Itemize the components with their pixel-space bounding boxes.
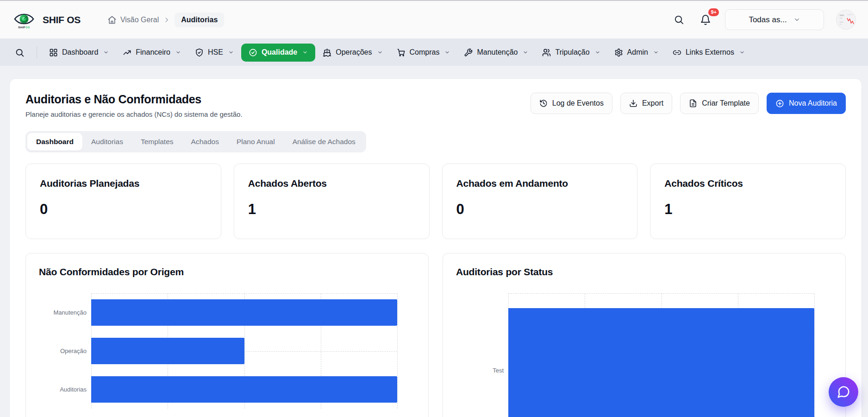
horizontal-bar-chart: ManutençãoOperaçãoAuditorias	[39, 293, 415, 409]
link-icon	[673, 48, 681, 57]
breadcrumb-root[interactable]: Visão Geral	[107, 15, 159, 25]
horizontal-bar-chart: Test	[456, 293, 832, 417]
breadcrumb-current[interactable]: Auditorias	[175, 13, 224, 27]
chevron-down-icon	[103, 50, 109, 55]
global-filter-select[interactable]: Todas as...	[725, 9, 824, 30]
chart-row: Manutenção	[39, 293, 415, 332]
file-text-icon	[689, 99, 697, 107]
ship-icon	[323, 48, 331, 57]
chat-bubble-icon	[837, 385, 850, 399]
check-circle-icon	[249, 48, 257, 57]
stats-row: Auditorias Planejadas 0 Achados Abertos …	[25, 164, 846, 239]
nav-item-hse[interactable]: HSE	[188, 44, 240, 61]
nav-item-manutencao[interactable]: Manutenção	[457, 44, 535, 61]
chevron-down-icon	[175, 50, 181, 55]
logo-mini-text: SHIFOS	[18, 26, 30, 29]
notifications-button[interactable]: 9+	[698, 13, 713, 27]
bar-Operação	[91, 338, 244, 364]
avatar[interactable]	[836, 10, 856, 30]
bar-Auditorias	[91, 376, 397, 403]
stat-label: Achados Críticos	[664, 178, 831, 189]
eye-logo-icon	[13, 11, 35, 27]
nav-item-tripulacao[interactable]: Tripulação	[536, 44, 606, 61]
chevron-down-icon	[228, 50, 234, 55]
chart-title: Não Conformidades por Origem	[39, 266, 415, 278]
chart-row: Auditorias	[39, 370, 415, 409]
stat-card-achados-abertos: Achados Abertos 1	[234, 164, 430, 239]
gear-icon	[614, 48, 623, 57]
search-icon	[674, 14, 684, 25]
chevron-down-icon	[793, 16, 800, 23]
stat-card-achados-em-andamento: Achados em Andamento 0	[442, 164, 638, 239]
stat-label: Achados Abertos	[248, 178, 415, 189]
tab-achados[interactable]: Achados	[182, 133, 228, 151]
users-icon	[542, 48, 551, 57]
charts-row: Não Conformidades por Origem ManutençãoO…	[25, 253, 846, 417]
chart-title: Auditorias por Status	[456, 266, 832, 278]
tab-auditorias[interactable]: Auditorias	[82, 133, 132, 151]
home-icon	[107, 15, 117, 25]
new-audit-button[interactable]: Nova Auditoria	[767, 93, 846, 114]
stat-label: Achados em Andamento	[456, 178, 624, 189]
nav-item-qualidade[interactable]: Qualidade	[241, 44, 315, 62]
bar-Manutenção	[91, 299, 397, 326]
nav-item-admin[interactable]: Admin	[608, 44, 665, 61]
chart-card-nc-por-origem: Não Conformidades por Origem ManutençãoO…	[25, 253, 429, 417]
nav-item-dashboard[interactable]: Dashboard	[43, 44, 115, 61]
notification-badge: 9+	[708, 8, 719, 16]
log-events-button[interactable]: Log de Eventos	[531, 93, 612, 114]
brand-name: SHIF OS	[43, 14, 81, 25]
chart-category-label: Manutenção	[39, 293, 91, 332]
shifos-logo: SHIFOS	[12, 11, 36, 29]
tab-templates[interactable]: Templates	[132, 133, 182, 151]
wrench-icon	[464, 48, 473, 57]
nav-item-compras[interactable]: Compras	[390, 44, 457, 61]
bar-Test	[508, 308, 814, 417]
dashboard-grid-icon	[49, 48, 58, 57]
chevron-down-icon	[377, 50, 383, 55]
bell-icon	[700, 14, 711, 25]
search-button[interactable]	[672, 13, 686, 27]
breadcrumb: Visão Geral Auditorias	[107, 13, 224, 27]
tab-dashboard[interactable]: Dashboard	[27, 133, 82, 151]
stat-label: Auditorias Planejadas	[40, 178, 207, 189]
chart-card-auditorias-por-status: Auditorias por Status Test	[443, 253, 846, 417]
search-icon	[15, 48, 25, 57]
stat-value: 1	[664, 201, 831, 218]
module-nav: Dashboard Financeiro HSE Qualidade Opera…	[0, 39, 868, 66]
nav-item-links-externos[interactable]: Links Externos	[666, 44, 751, 61]
chevron-down-icon	[302, 50, 308, 55]
stat-value: 0	[456, 201, 624, 218]
chevron-down-icon	[444, 50, 450, 55]
chart-category-label: Auditorias	[39, 370, 91, 409]
chevron-down-icon	[739, 50, 745, 55]
page-title: Auditorias e Não Conformidades	[25, 93, 243, 106]
top-header: SHIFOS SHIF OS Visão Geral Auditorias 9+	[0, 1, 868, 39]
shopping-cart-icon	[397, 48, 406, 57]
chart-category-label: Test	[456, 293, 508, 417]
chevron-down-icon	[595, 50, 600, 55]
chevron-right-icon	[163, 17, 170, 23]
brand[interactable]: SHIFOS SHIF OS	[12, 11, 81, 29]
history-icon	[539, 99, 548, 107]
nav-item-financeiro[interactable]: Financeiro	[116, 44, 187, 61]
stat-card-achados-criticos: Achados Críticos 1	[650, 164, 846, 239]
chevron-down-icon	[653, 50, 659, 55]
create-template-button[interactable]: Criar Template	[680, 93, 759, 114]
chart-row: Operação	[39, 332, 415, 370]
stat-card-auditorias-planejadas: Auditorias Planejadas 0	[25, 164, 221, 239]
nav-search-button[interactable]	[8, 48, 31, 57]
chart-row: Test	[456, 293, 832, 417]
plus-circle-icon	[775, 99, 784, 108]
stat-value: 0	[40, 201, 207, 218]
export-button[interactable]: Export	[620, 93, 672, 114]
download-icon	[629, 99, 637, 107]
divider	[37, 46, 37, 58]
tab-plano-anual[interactable]: Plano Anual	[228, 133, 284, 151]
main-panel: Auditorias e Não Conformidades Planeje a…	[9, 78, 862, 417]
tab-analise-de-achados[interactable]: Análise de Achados	[284, 133, 364, 151]
shield-check-icon	[195, 48, 204, 57]
chat-fab-button[interactable]	[829, 377, 858, 407]
tab-bar: Dashboard Auditorias Templates Achados P…	[25, 131, 366, 152]
nav-item-operacoes[interactable]: Operações	[316, 44, 389, 61]
